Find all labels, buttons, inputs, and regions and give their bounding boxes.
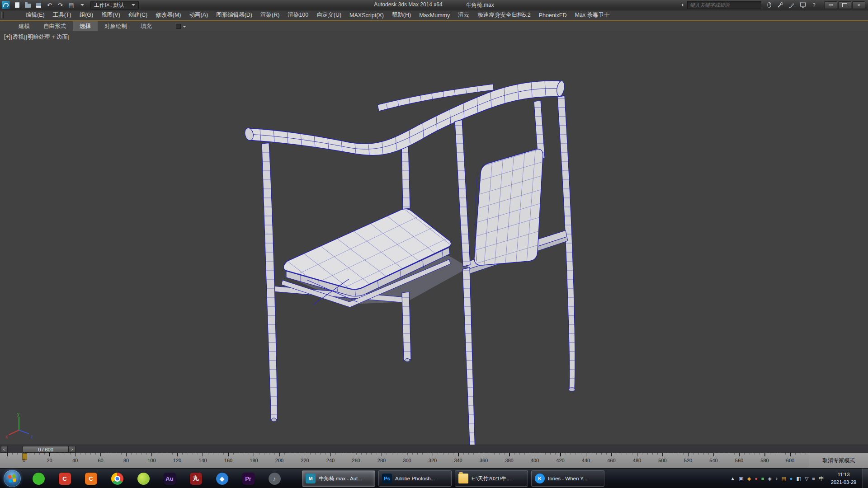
menu-item[interactable]: 修改器(M) [151, 10, 185, 20]
menu-item[interactable]: 视图(V) [97, 10, 124, 20]
new-scene-icon[interactable] [13, 1, 21, 9]
menu-item[interactable]: PhoenixFD [535, 10, 571, 20]
close-button[interactable]: × [852, 1, 865, 9]
menu-item[interactable]: 动画(A) [185, 10, 212, 20]
pinned-app-icon[interactable] [130, 469, 156, 488]
taskbar-window-button[interactable]: E:\天竹2021\牛... [455, 470, 528, 487]
taskbar-window-button[interactable]: Ps Adobe Photosh... [378, 470, 452, 487]
frame-tick-label: 420 [552, 458, 570, 463]
ribbon-tab[interactable]: 自由形式 [37, 21, 73, 32]
show-desktop-button[interactable] [863, 469, 868, 488]
tray-icon[interactable]: ◧ [796, 476, 801, 481]
menu-item[interactable]: MaxMummy [415, 10, 454, 20]
ribbon-tab-label: 自由形式 [43, 23, 66, 30]
menu-item[interactable]: 组(G) [75, 10, 98, 20]
chair-wireframe-model[interactable] [242, 76, 594, 445]
open-file-icon[interactable] [24, 1, 32, 9]
frame-tick-label: 160 [219, 458, 237, 463]
track-bar[interactable]: 0204060801001201401601802002202402602803… [0, 453, 868, 468]
qat-dropdown-icon[interactable] [78, 1, 86, 9]
menu-item[interactable]: 帮助(H) [388, 10, 415, 20]
wrench-icon[interactable] [776, 1, 784, 9]
ribbon-tab-label: 对象绘制 [104, 23, 127, 30]
pinned-app-icon[interactable]: Au [156, 469, 183, 488]
menu-item[interactable]: 编辑(E) [22, 10, 49, 20]
frame-tick-label: 540 [705, 458, 723, 463]
redo-icon[interactable]: ↷ [57, 1, 64, 9]
app-icon: M [306, 474, 316, 483]
search-input[interactable] [687, 1, 761, 9]
previous-frame-button[interactable]: < [1, 446, 8, 453]
ribbon-tab[interactable]: 建模 [12, 21, 37, 32]
pinned-app-icon[interactable]: C [78, 469, 104, 488]
tray-icon[interactable]: ■ [761, 476, 764, 481]
start-button[interactable] [4, 470, 21, 487]
ribbon-tab[interactable]: 填充 [134, 21, 159, 32]
pencil-icon[interactable] [788, 1, 795, 9]
tray-icon[interactable]: ▣ [739, 476, 743, 481]
pinned-app-icon[interactable] [104, 469, 130, 488]
pinned-app-icon[interactable]: Pr [235, 469, 261, 488]
minimize-button[interactable] [824, 1, 837, 9]
help-icon[interactable]: ? [810, 1, 818, 9]
cancel-expert-mode-button[interactable]: 取消专家模式 [809, 453, 868, 468]
ribbon-tab[interactable]: 选择 [73, 21, 98, 32]
infocenter-expand-icon[interactable] [682, 3, 684, 7]
mouse-icon[interactable] [765, 1, 773, 9]
save-icon[interactable] [35, 1, 42, 9]
menu-item[interactable]: Max 杀毒卫士 [571, 10, 613, 20]
window-button-label: E:\天竹2021\牛... [472, 475, 511, 482]
menu-item[interactable]: 渲染(R) [256, 10, 283, 20]
tray-icon[interactable]: ◆ [747, 476, 751, 481]
tray-icon[interactable]: ▽ [805, 476, 808, 481]
taskbar-clock[interactable]: 11:13 2021-03-29 [826, 471, 861, 486]
menu-item[interactable]: 图形编辑器(D) [212, 10, 256, 20]
toolbar-grip[interactable] [1, 12, 4, 19]
menu-item[interactable]: 极速瘦身安全归档5.2 [473, 10, 534, 20]
pinned-app-icon[interactable]: 丸 [183, 469, 209, 488]
tray-icon[interactable]: ♪ [775, 476, 778, 481]
menu-item[interactable]: MAXScript(X) [345, 10, 388, 20]
tray-icon[interactable]: 中 [819, 476, 824, 481]
tray-icon[interactable]: ● [755, 476, 758, 481]
taskbar-window-button[interactable]: M 牛角椅.max - Aut... [302, 470, 375, 487]
frame-tick-label: 100 [143, 458, 161, 463]
tray-icon[interactable]: ▤ [781, 476, 786, 481]
maximize-button[interactable] [838, 1, 851, 9]
tray-icon[interactable]: ● [790, 476, 793, 481]
frame-tick-label: 480 [628, 458, 646, 463]
screen-icon[interactable] [799, 1, 807, 9]
viewport-menu-pov[interactable]: [透视] [11, 33, 25, 41]
pinned-app-icon[interactable]: ♪ [261, 469, 288, 488]
workspace-dropdown[interactable]: 工作区: 默认 [90, 1, 139, 9]
menu-item[interactable]: 渲染100 [283, 10, 312, 20]
clock-date: 2021-03-29 [826, 479, 861, 486]
menu-item[interactable]: 渲云 [454, 10, 473, 20]
clock-time: 11:13 [826, 471, 861, 479]
chair-geometry [244, 80, 575, 445]
pinned-app-icon[interactable]: C [52, 469, 78, 488]
frame-tick-label: 80 [117, 458, 135, 463]
menu-item[interactable]: 工具(T) [49, 10, 75, 20]
pinned-app-icon[interactable]: ◆ [209, 469, 235, 488]
ribbon-collapse-button[interactable] [176, 24, 186, 29]
undo-icon[interactable]: ↶ [46, 1, 53, 9]
windows-flag-icon [8, 474, 17, 483]
chrome-center-dot [114, 476, 120, 482]
tray-icon[interactable]: ◈ [768, 476, 771, 481]
pinned-app-icon[interactable] [25, 469, 52, 488]
tray-icon[interactable]: ▲ [730, 476, 735, 481]
viewport-menu-general[interactable]: [+] [4, 33, 10, 41]
infocenter: ? × [682, 0, 866, 10]
tray-icon[interactable]: ■ [812, 476, 815, 481]
time-slider-handle[interactable]: 0 / 600 [23, 446, 69, 453]
perspective-viewport[interactable]: [+] [透视] [明暗处理 + 边面] [0, 31, 868, 445]
viewport-menu-shading[interactable]: [明暗处理 + 边面] [26, 33, 69, 41]
menu-item[interactable]: 自定义(U) [312, 10, 345, 20]
taskbar-window-button[interactable]: K tories - When Y... [531, 470, 604, 487]
project-folder-icon[interactable]: ▤ [67, 1, 75, 9]
next-frame-button[interactable]: > [69, 446, 75, 453]
time-slider-row[interactable]: < 0 / 600 > [0, 445, 868, 453]
ribbon-tab[interactable]: 对象绘制 [98, 21, 134, 32]
menu-item[interactable]: 创建(C) [124, 10, 151, 20]
